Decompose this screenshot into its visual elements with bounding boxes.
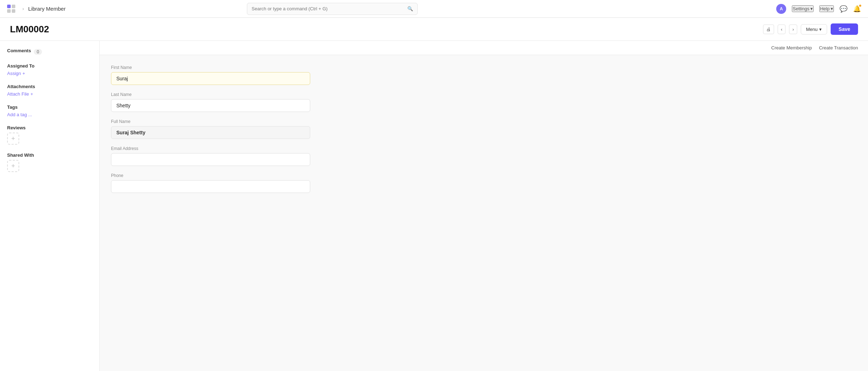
menu-button[interactable]: Menu ▾ [801, 24, 827, 34]
menu-chevron-icon: ▾ [819, 27, 822, 32]
add-review-button[interactable]: + [7, 133, 19, 145]
sidebar-tags-section: Tags Add a tag ... [7, 104, 92, 117]
last-name-group: Last Name [111, 92, 857, 112]
page-actions: 🖨 ‹ › Menu ▾ Save [763, 23, 858, 35]
logo-dot-2 [12, 5, 15, 8]
settings-chevron-icon: ▾ [810, 6, 813, 11]
form-area: First Name Last Name Full Name Email Add… [100, 55, 868, 210]
sidebar-shared-section: Shared With + [7, 152, 92, 172]
action-bar: Create Membership Create Transaction [100, 41, 868, 55]
topnav: › Library Member 🔍 A Settings ▾ Help ▾ 💬… [0, 0, 868, 18]
settings-button[interactable]: Settings ▾ [792, 5, 814, 12]
logo-dot-4 [12, 9, 15, 13]
chat-icon[interactable]: 💬 [840, 5, 847, 13]
tags-label: Tags [7, 104, 92, 110]
phone-label: Phone [111, 173, 857, 178]
create-transaction-link[interactable]: Create Transaction [819, 45, 858, 50]
search-input[interactable] [252, 6, 404, 11]
full-name-group: Full Name [111, 119, 857, 139]
help-chevron-icon: ▾ [831, 6, 833, 11]
phone-input[interactable] [111, 180, 310, 193]
assign-button[interactable]: Assign + [7, 71, 92, 76]
full-name-label: Full Name [111, 119, 857, 124]
breadcrumb-title[interactable]: Library Member [28, 6, 65, 12]
search-icon: 🔍 [407, 6, 413, 11]
topnav-right: A Settings ▾ Help ▾ 💬 🔔 [776, 4, 861, 14]
notification-dot [859, 4, 862, 7]
logo [7, 5, 15, 13]
search-bar[interactable]: 🔍 [247, 3, 418, 15]
email-label: Email Address [111, 146, 857, 151]
last-name-input[interactable] [111, 99, 310, 112]
next-button[interactable]: › [789, 25, 797, 34]
reviews-label: Reviews [7, 125, 92, 130]
sidebar-comments-section: Comments 0 [7, 48, 92, 55]
comments-label: Comments [7, 48, 31, 53]
print-button[interactable]: 🖨 [763, 25, 774, 34]
full-name-input [111, 126, 310, 139]
layout: Comments 0 Assigned To Assign + Attachme… [0, 41, 868, 371]
first-name-group: First Name [111, 65, 857, 85]
add-tag-button[interactable]: Add a tag ... [7, 112, 92, 117]
sidebar: Comments 0 Assigned To Assign + Attachme… [0, 41, 100, 371]
last-name-label: Last Name [111, 92, 857, 97]
assign-plus-icon: + [22, 71, 25, 76]
assigned-to-label: Assigned To [7, 63, 92, 69]
page-header: LM00002 🖨 ‹ › Menu ▾ Save [0, 18, 868, 41]
first-name-input[interactable] [111, 72, 310, 85]
add-shared-button[interactable]: + [7, 160, 19, 172]
attach-file-button[interactable]: Attach File + [7, 91, 92, 97]
save-button[interactable]: Save [831, 23, 858, 35]
sidebar-attachments-section: Attachments Attach File + [7, 84, 92, 97]
prev-button[interactable]: ‹ [778, 25, 785, 34]
main-content: Create Membership Create Transaction Fir… [100, 41, 868, 371]
page-title: LM00002 [10, 24, 49, 35]
shared-with-label: Shared With [7, 152, 92, 158]
sidebar-reviews-section: Reviews + [7, 125, 92, 145]
create-membership-link[interactable]: Create Membership [771, 45, 812, 50]
breadcrumb-chevron: › [22, 6, 24, 11]
phone-group: Phone [111, 173, 857, 193]
help-button[interactable]: Help ▾ [819, 5, 834, 12]
sidebar-assigned-section: Assigned To Assign + [7, 63, 92, 76]
notification-icon[interactable]: 🔔 [853, 5, 861, 13]
attach-plus-icon: + [30, 91, 33, 97]
first-name-label: First Name [111, 65, 857, 70]
email-input[interactable] [111, 153, 310, 166]
logo-dot-3 [7, 9, 11, 13]
attachments-label: Attachments [7, 84, 92, 89]
email-group: Email Address [111, 146, 857, 166]
comments-badge: 0 [34, 49, 42, 55]
avatar: A [776, 4, 786, 14]
logo-dot-1 [7, 5, 11, 8]
